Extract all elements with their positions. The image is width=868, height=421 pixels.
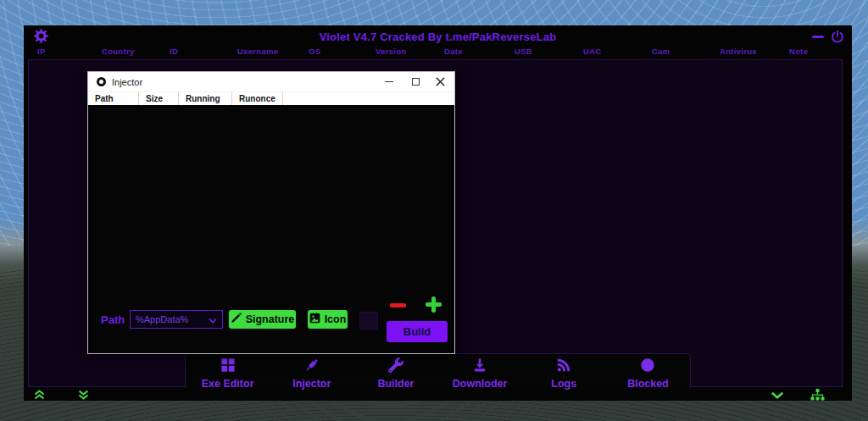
nav-label: Injector: [292, 378, 331, 390]
nav-item-downloder[interactable]: Downloder: [438, 354, 522, 388]
column-header-country: Country: [102, 47, 135, 56]
column-header-username: Username: [237, 47, 278, 56]
nav-item-injector[interactable]: Injector: [270, 354, 353, 388]
injector-window-title: Injector: [112, 77, 142, 87]
syringe-icon: [304, 357, 320, 376]
app-ring-icon: [97, 77, 106, 86]
nav-item-exe-editor[interactable]: Exe Editor: [186, 354, 270, 388]
column-header-ip: IP: [37, 47, 46, 56]
wrench-icon: [388, 357, 403, 376]
column-header-uac: UAC: [583, 47, 601, 56]
nav-label: Builder: [377, 378, 414, 390]
download-icon: [472, 357, 487, 376]
injector-column-runonce[interactable]: Runonce: [232, 92, 283, 106]
column-header-version: Version: [376, 47, 406, 56]
signature-button-label: Signature: [246, 313, 295, 325]
column-header-cam: Cam: [652, 47, 670, 56]
rss-icon: [556, 357, 571, 376]
main-window-title: Violet V4.7 Cracked By t.me/PakReverseLa…: [24, 30, 852, 43]
signature-button[interactable]: Signature: [227, 308, 298, 330]
dropdown-chevron-icon: [209, 312, 217, 327]
desktop: Violet V4.7 Cracked By t.me/PakReverseLa…: [0, 0, 868, 421]
nav-label: Downloder: [453, 378, 508, 390]
injector-column-running[interactable]: Running: [179, 92, 232, 106]
build-button[interactable]: Build: [387, 321, 448, 342]
power-icon[interactable]: [831, 30, 844, 43]
image-icon: [309, 313, 320, 326]
nav-label: Exe Editor: [202, 378, 254, 390]
injector-minimize-icon[interactable]: [378, 72, 400, 91]
injector-close-icon[interactable]: [429, 72, 451, 91]
add-plus-icon[interactable]: [426, 296, 442, 313]
bottom-nav-bar: Exe Editor Injector: [185, 353, 691, 388]
sitemap-icon[interactable]: [810, 389, 825, 401]
injector-list-header: Path Size Running Runonce: [88, 91, 454, 105]
nav-label: Logs: [551, 378, 576, 390]
column-header-date: Date: [444, 47, 463, 56]
injector-maximize-icon[interactable]: [404, 72, 426, 91]
column-header-usb: USB: [515, 47, 532, 56]
nav-item-blocked[interactable]: Blocked: [606, 354, 690, 388]
icon-button[interactable]: Icon: [306, 308, 349, 330]
column-header-id: ID: [170, 47, 178, 56]
nav-item-logs[interactable]: Logs: [522, 354, 606, 388]
minimize-icon[interactable]: [812, 36, 824, 38]
path-label: Path: [101, 313, 125, 326]
double-chevron-up-icon[interactable]: [33, 390, 46, 400]
column-header-os: OS: [309, 47, 320, 56]
injector-window: Injector Path Size Running Runonce Path …: [87, 71, 455, 354]
blocked-icon: [640, 357, 655, 376]
column-header-note: Note: [789, 47, 808, 56]
injector-column-path[interactable]: Path: [88, 92, 139, 106]
injector-column-size[interactable]: Size: [139, 92, 179, 106]
path-dropdown[interactable]: %AppData%: [130, 310, 223, 329]
path-dropdown-value: %AppData%: [136, 314, 209, 324]
nav-item-builder[interactable]: Builder: [353, 354, 437, 388]
pen-icon: [231, 313, 242, 326]
status-box: [359, 312, 378, 330]
nav-label: Blocked: [627, 378, 669, 390]
double-chevron-down-icon[interactable]: [77, 390, 90, 400]
settings-gear-icon[interactable]: [34, 29, 48, 43]
chevron-down-icon[interactable]: [771, 391, 784, 399]
icon-button-label: Icon: [325, 313, 347, 325]
windows-grid-icon: [220, 357, 236, 376]
remove-minus-icon[interactable]: [390, 303, 406, 307]
column-header-antivirus: Antivirus: [720, 47, 757, 56]
